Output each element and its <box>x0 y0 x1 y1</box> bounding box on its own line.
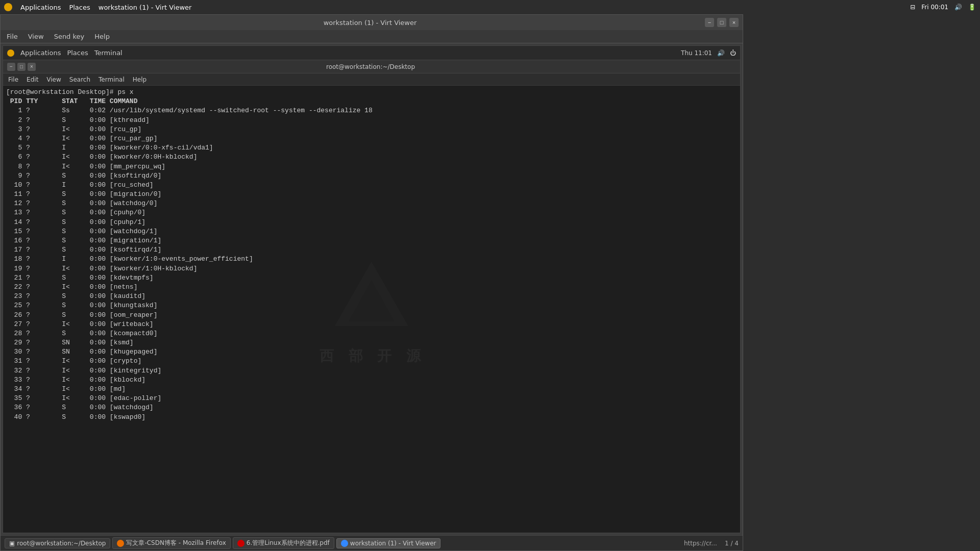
os-places-label[interactable]: Places <box>69 4 90 11</box>
os-window-title: workstation (1) - Virt Viewer <box>99 4 192 11</box>
process-line: 12 ? S 0:00 [watchdog/0] <box>6 199 737 208</box>
inner-places-label[interactable]: Places <box>67 49 88 57</box>
process-line: 25 ? S 0:00 [khungtaskd] <box>6 301 737 310</box>
process-line: 9 ? S 0:00 [ksoftirqd/0] <box>6 171 737 181</box>
terminal-process-list: 1 ? Ss 0:02 /usr/lib/systemd/systemd --s… <box>6 106 737 421</box>
process-line: 5 ? I 0:00 [kworker/0:0-xfs-cil/vda1] <box>6 143 737 153</box>
taskbar-terminal-label: root@workstation:~/Desktop <box>17 540 106 547</box>
os-applications-label[interactable]: Applications <box>20 4 61 11</box>
process-line: 28 ? S 0:00 [kcompactd0] <box>6 329 737 338</box>
process-line: 8 ? I< 0:00 [mm_percpu_wq] <box>6 162 737 171</box>
os-sound-icon: 🔊 <box>954 4 962 11</box>
process-line: 27 ? I< 0:00 [writeback] <box>6 320 737 329</box>
terminal-maximize-button[interactable]: □ <box>17 63 26 71</box>
virt-menu-view[interactable]: View <box>24 32 48 41</box>
process-line: 10 ? I 0:00 [rcu_sched] <box>6 181 737 190</box>
terminal-content[interactable]: 西 部 开 源 [root@workstation Desktop]# ps x… <box>3 86 740 533</box>
os-app-icon <box>4 3 12 11</box>
process-line: 6 ? I< 0:00 [kworker/0:0H-kblockd] <box>6 153 737 162</box>
virt-menubar: File View Send key Help <box>1 30 743 43</box>
term-menu-view[interactable]: View <box>43 76 64 84</box>
process-line: 11 ? S 0:00 [migration/0] <box>6 190 737 199</box>
terminal-close-button[interactable]: × <box>28 63 36 71</box>
process-line: 1 ? Ss 0:02 /usr/lib/systemd/systemd --s… <box>6 106 737 115</box>
process-line: 18 ? I 0:00 [kworker/1:0-events_power_ef… <box>6 255 737 264</box>
virt-minimize-button[interactable]: − <box>705 18 714 27</box>
taskbar-item-virt[interactable]: workstation (1) - Virt Viewer <box>336 538 441 548</box>
taskbar-item-pdf[interactable]: 6.管理Linux系统中的进程.pdf <box>233 537 334 549</box>
process-line: 40 ? S 0:00 [kswapd0] <box>6 413 737 422</box>
terminal-titlebar: − □ × root@workstation:~/Desktop <box>3 60 740 73</box>
terminal-minimize-button[interactable]: − <box>7 63 15 71</box>
process-line: 15 ? S 0:00 [watchdog/1] <box>6 227 737 236</box>
os-topbar-left: Applications Places workstation (1) - Vi… <box>4 3 191 11</box>
process-line: 22 ? I< 0:00 [netns] <box>6 283 737 292</box>
inner-time: Thu 11:01 <box>681 49 712 57</box>
process-line: 33 ? I< 0:00 [kblockd] <box>6 375 737 385</box>
os-battery-icon: 🔋 <box>968 4 976 11</box>
virt-taskbar: ▣ root@workstation:~/Desktop 写文章-CSDN博客 … <box>1 535 743 550</box>
virt-titlebar: workstation (1) - Virt Viewer − □ × <box>1 15 743 30</box>
taskbar-right: https://cr... 1 / 4 <box>684 540 739 547</box>
process-line: 30 ? SN 0:00 [khugepaged] <box>6 347 737 357</box>
process-line: 26 ? S 0:00 [oom_reaper] <box>6 311 737 320</box>
terminal-window-controls: − □ × <box>7 63 36 71</box>
process-line: 14 ? S 0:00 [cpuhp/1] <box>6 218 737 227</box>
os-topbar: Applications Places workstation (1) - Vi… <box>0 0 980 14</box>
taskbar-firefox-label: 写文章-CSDN博客 - Mozilla Firefox <box>126 539 226 547</box>
process-line: 23 ? S 0:00 [kauditd] <box>6 292 737 301</box>
taskbar-virt-label: workstation (1) - Virt Viewer <box>350 540 436 547</box>
process-line: 32 ? I< 0:00 [kintegrityd] <box>6 366 737 375</box>
process-line: 35 ? I< 0:00 [edac-poller] <box>6 394 737 403</box>
taskbar-item-terminal[interactable]: ▣ root@workstation:~/Desktop <box>5 538 110 548</box>
terminal-title: root@workstation:~/Desktop <box>326 63 415 70</box>
inner-app-icon <box>7 49 14 57</box>
term-menu-help[interactable]: Help <box>130 76 150 84</box>
inner-sound-icon: 🔊 <box>717 49 725 57</box>
virt-menu-file[interactable]: File <box>3 32 22 41</box>
terminal-menubar: File Edit View Search Terminal Help <box>3 73 740 86</box>
term-menu-edit[interactable]: Edit <box>23 76 41 84</box>
taskbar-item-firefox[interactable]: 写文章-CSDN博客 - Mozilla Firefox <box>112 537 230 549</box>
virt-taskbar-icon <box>341 540 348 547</box>
terminal-taskbar-icon: ▣ <box>9 540 15 547</box>
inner-topbar-left: Applications Places Terminal <box>7 49 122 57</box>
inner-power-icon: ⏻ <box>730 49 736 57</box>
process-line: 13 ? S 0:00 [cpuhp/0] <box>6 208 737 217</box>
process-line: 34 ? I< 0:00 [md] <box>6 385 737 394</box>
terminal-prompt: [root@workstation Desktop]# ps x <box>6 88 737 97</box>
process-line: 36 ? S 0:00 [watchdogd] <box>6 403 737 412</box>
process-line: 19 ? I< 0:00 [kworker/1:0H-kblockd] <box>6 264 737 273</box>
firefox-icon <box>117 540 124 547</box>
virt-viewer-window: workstation (1) - Virt Viewer − □ × File… <box>0 14 743 551</box>
virt-title: workstation (1) - Virt Viewer <box>35 19 705 27</box>
process-line: 31 ? I< 0:00 [crypto] <box>6 357 737 366</box>
inner-terminal-label[interactable]: Terminal <box>94 49 122 57</box>
virt-close-button[interactable]: × <box>729 18 739 27</box>
term-menu-file[interactable]: File <box>5 76 21 84</box>
os-topbar-right: ⊟ Fri 00:01 🔊 🔋 <box>910 4 976 11</box>
process-line: 4 ? I< 0:00 [rcu_par_gp] <box>6 134 737 143</box>
taskbar-items: ▣ root@workstation:~/Desktop 写文章-CSDN博客 … <box>5 537 440 549</box>
process-line: 3 ? I< 0:00 [rcu_gp] <box>6 125 737 134</box>
virt-maximize-button[interactable]: □ <box>717 18 726 27</box>
inner-topbar: Applications Places Terminal Thu 11:01 🔊… <box>3 46 740 60</box>
process-line: 17 ? S 0:00 [ksoftirqd/1] <box>6 245 737 255</box>
process-line: 29 ? SN 0:00 [ksmd] <box>6 338 737 347</box>
taskbar-url: https://cr... <box>684 540 723 547</box>
process-line: 2 ? S 0:00 [kthreadd] <box>6 116 737 125</box>
pdf-icon <box>237 540 244 547</box>
taskbar-page-info: 1 / 4 <box>725 540 739 547</box>
virt-menu-sendkey[interactable]: Send key <box>50 32 89 41</box>
vm-terminal-container: Applications Places Terminal Thu 11:01 🔊… <box>3 45 741 533</box>
os-datetime: Fri 00:01 <box>921 4 948 11</box>
process-line: 21 ? S 0:00 [kdevtmpfs] <box>6 273 737 283</box>
inner-topbar-right: Thu 11:01 🔊 ⏻ <box>681 49 736 57</box>
terminal-header: PID TTY STAT TIME COMMAND <box>6 97 737 106</box>
taskbar-pdf-label: 6.管理Linux系统中的进程.pdf <box>247 539 330 547</box>
process-line: 16 ? S 0:00 [migration/1] <box>6 236 737 245</box>
term-menu-search[interactable]: Search <box>66 76 93 84</box>
term-menu-terminal[interactable]: Terminal <box>95 76 128 84</box>
virt-menu-help[interactable]: Help <box>90 32 114 41</box>
inner-applications-label[interactable]: Applications <box>20 49 61 57</box>
